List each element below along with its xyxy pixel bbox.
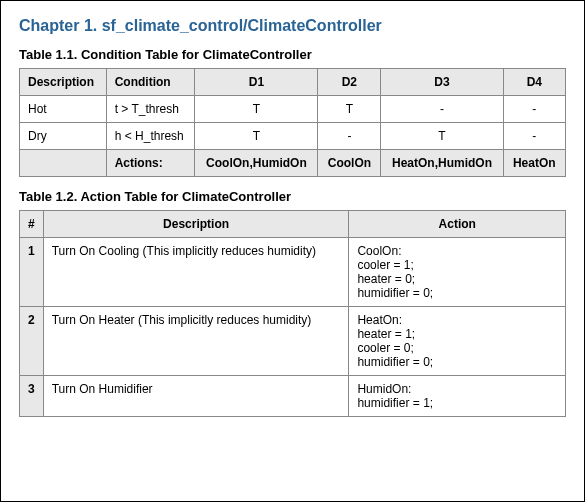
table-row: 2Turn On Heater (This implicitly reduces… <box>20 307 566 376</box>
table-header-row: Description Condition D1 D2 D3 D4 <box>20 69 566 96</box>
col-d4: D4 <box>503 69 565 96</box>
action-table-body: 1Turn On Cooling (This implicitly reduce… <box>20 238 566 417</box>
cell-description: Turn On Humidifier <box>43 376 349 417</box>
col-d3: D3 <box>381 69 503 96</box>
cell-condition: t > T_thresh <box>106 96 195 123</box>
cell-d3: - <box>381 96 503 123</box>
cell-d2: - <box>318 123 381 150</box>
table2-title: Table 1.2. Action Table for ClimateContr… <box>19 189 566 204</box>
cell-num: 2 <box>20 307 44 376</box>
cell-condition: h < H_thresh <box>106 123 195 150</box>
col-description: Description <box>20 69 107 96</box>
cell-actions-label: Actions: <box>106 150 195 177</box>
cell-action-d4: HeatOn <box>503 150 565 177</box>
cell-description: Hot <box>20 96 107 123</box>
cell-d3: T <box>381 123 503 150</box>
cell-action-d2: CoolOn <box>318 150 381 177</box>
cell-action: CoolOn: cooler = 1; heater = 0; humidifi… <box>349 238 566 307</box>
condition-table: Description Condition D1 D2 D3 D4 Hott >… <box>19 68 566 177</box>
col-d2: D2 <box>318 69 381 96</box>
table-row: 1Turn On Cooling (This implicitly reduce… <box>20 238 566 307</box>
cell-description: Dry <box>20 123 107 150</box>
cell-d4: - <box>503 96 565 123</box>
table-row: Hott > T_threshTT-- <box>20 96 566 123</box>
col-description: Description <box>43 211 349 238</box>
col-d1: D1 <box>195 69 318 96</box>
cell-blank <box>20 150 107 177</box>
cell-action-d3: HeatOn,HumidOn <box>381 150 503 177</box>
cell-d4: - <box>503 123 565 150</box>
actions-row: Actions:CoolOn,HumidOnCoolOnHeatOn,Humid… <box>20 150 566 177</box>
cell-description: Turn On Cooling (This implicitly reduces… <box>43 238 349 307</box>
table-row: 3Turn On HumidifierHumidOn: humidifier =… <box>20 376 566 417</box>
cell-d1: T <box>195 123 318 150</box>
col-action: Action <box>349 211 566 238</box>
cell-d2: T <box>318 96 381 123</box>
document-page: Chapter 1. sf_climate_control/ClimateCon… <box>0 0 585 502</box>
cell-action: HumidOn: humidifier = 1; <box>349 376 566 417</box>
table1-title: Table 1.1. Condition Table for ClimateCo… <box>19 47 566 62</box>
cell-num: 3 <box>20 376 44 417</box>
chapter-title: Chapter 1. sf_climate_control/ClimateCon… <box>19 17 566 35</box>
table-header-row: # Description Action <box>20 211 566 238</box>
action-table: # Description Action 1Turn On Cooling (T… <box>19 210 566 417</box>
col-condition: Condition <box>106 69 195 96</box>
cell-action-d1: CoolOn,HumidOn <box>195 150 318 177</box>
cell-description: Turn On Heater (This implicitly reduces … <box>43 307 349 376</box>
condition-table-body: Hott > T_threshTT--Dryh < H_threshT-T-Ac… <box>20 96 566 177</box>
col-num: # <box>20 211 44 238</box>
cell-action: HeatOn: heater = 1; cooler = 0; humidifi… <box>349 307 566 376</box>
cell-num: 1 <box>20 238 44 307</box>
table-row: Dryh < H_threshT-T- <box>20 123 566 150</box>
cell-d1: T <box>195 96 318 123</box>
